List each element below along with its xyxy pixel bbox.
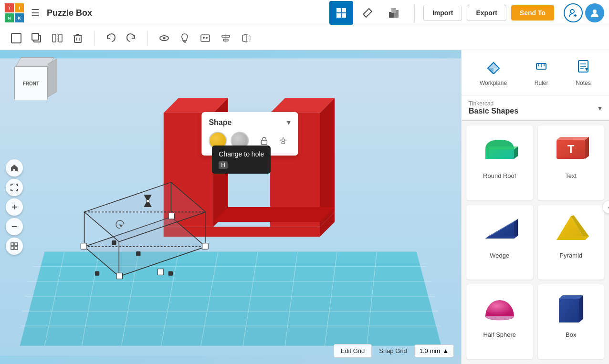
mirror-v-button[interactable]	[237, 29, 255, 47]
svg-rect-1	[342, 8, 346, 12]
right-panel-top: Workplane Ruler	[462, 50, 609, 95]
notes-icon	[576, 59, 591, 77]
user-avatar[interactable]	[585, 3, 604, 22]
svg-marker-108	[556, 137, 589, 140]
svg-rect-11	[11, 33, 21, 43]
panel-collapse-button[interactable]: ▾	[287, 118, 291, 127]
zoom-out-button[interactable]	[6, 218, 23, 235]
canvas-scene	[0, 50, 461, 364]
shape-card-wedge[interactable]: Wedge	[466, 205, 533, 280]
grid-icon	[336, 7, 347, 19]
view-icon	[10, 242, 19, 250]
snap-grid-selector[interactable]: 1.0 mm ▲	[414, 344, 454, 357]
shape-card-half-sphere[interactable]: Half Sphere	[466, 284, 533, 359]
svg-rect-0	[336, 8, 341, 12]
workplane-icon	[486, 59, 501, 77]
box-label: Box	[566, 331, 576, 338]
workplane-button[interactable]: Workplane	[474, 55, 513, 90]
import-button[interactable]: Import	[423, 5, 462, 21]
zoom-in-button[interactable]	[6, 198, 23, 216]
home-icon	[10, 164, 19, 172]
hide-button[interactable]	[155, 29, 173, 47]
svg-rect-14	[52, 34, 56, 42]
send-to-button[interactable]: Send To	[511, 5, 554, 21]
toolbar-sep-1	[94, 31, 94, 45]
shape-card-round-roof[interactable]: Round Roof	[466, 125, 533, 200]
text-label: Text	[565, 172, 577, 179]
toolbar-sep-2	[147, 31, 148, 45]
hammer-icon	[362, 7, 373, 19]
align-button[interactable]	[217, 29, 235, 47]
add-user-button[interactable]	[564, 3, 583, 22]
change-to-hole-tooltip: Change to hole H	[212, 146, 271, 174]
svg-rect-2	[336, 13, 341, 18]
svg-point-86	[282, 139, 284, 142]
half-sphere-preview	[481, 289, 519, 327]
delete-icon	[73, 33, 83, 43]
svg-marker-91	[488, 62, 499, 68]
svg-rect-13	[32, 33, 39, 40]
mirror-icon	[52, 32, 63, 44]
svg-marker-120	[579, 295, 583, 322]
shape-card-pyramid[interactable]: Pyramid	[538, 205, 605, 280]
cube-right-face	[48, 58, 57, 97]
category-name: Basic Shapes	[469, 107, 518, 115]
svg-rect-68	[202, 243, 208, 249]
ruler-button[interactable]: Ruler	[528, 55, 555, 90]
svg-rect-81	[11, 243, 14, 246]
fit-button[interactable]	[6, 179, 23, 196]
community-button[interactable]	[196, 29, 214, 47]
shapes-grid: Round Roof T	[462, 121, 609, 364]
svg-rect-17	[74, 36, 81, 42]
view-button[interactable]	[6, 238, 23, 255]
svg-rect-118	[559, 299, 579, 322]
viewport[interactable]: FRONT	[0, 50, 461, 364]
logo-i: I	[15, 3, 24, 12]
category-selector[interactable]: Tinkercad Basic Shapes ▾	[462, 95, 609, 121]
zoom-in-icon	[10, 203, 19, 211]
delete-button[interactable]	[69, 29, 87, 47]
wedge-label: Wedge	[490, 252, 509, 259]
light-icon-button[interactable]	[275, 133, 291, 148]
shape-card-box[interactable]: Box	[538, 284, 605, 359]
blocks-icon	[388, 7, 399, 19]
undo-button[interactable]	[102, 29, 120, 47]
svg-rect-73	[112, 241, 116, 245]
notes-view-button[interactable]	[176, 29, 194, 47]
svg-marker-107	[585, 137, 589, 159]
svg-rect-85	[261, 140, 267, 145]
front-view-cube[interactable]: FRONT	[7, 57, 55, 105]
edit-grid-button[interactable]: Edit Grid	[334, 344, 372, 358]
nav-hammer-btn[interactable]	[356, 1, 379, 25]
svg-rect-84	[15, 247, 18, 250]
category-dropdown-icon[interactable]: ▾	[598, 104, 602, 113]
notes-label: Notes	[576, 80, 590, 86]
svg-rect-83	[11, 247, 14, 250]
nav-grid-btn[interactable]	[329, 1, 353, 25]
nav-blocks-btn[interactable]	[382, 1, 406, 25]
export-button[interactable]: Export	[467, 5, 506, 21]
new-shape-icon	[10, 32, 22, 44]
mirror-button[interactable]	[48, 29, 66, 47]
redo-button[interactable]	[122, 29, 140, 47]
duplicate-button[interactable]	[28, 29, 46, 47]
notes-button[interactable]: Notes	[570, 55, 597, 90]
category-provider: Tinkercad	[469, 100, 518, 107]
add-user-icon	[568, 8, 578, 18]
shape-panel-title: Shape	[209, 118, 231, 127]
lock-icon	[259, 136, 269, 146]
user-icon	[589, 8, 600, 18]
menu-icon[interactable]: ☰	[31, 7, 40, 19]
community-icon	[200, 33, 210, 43]
new-shape-button[interactable]	[7, 29, 25, 47]
workplane-label: Workplane	[480, 80, 507, 86]
box-preview	[552, 289, 590, 327]
svg-rect-70	[136, 251, 140, 255]
home-button[interactable]	[6, 159, 23, 177]
shape-card-text[interactable]: T Text	[538, 125, 605, 200]
svg-point-28	[206, 37, 208, 39]
snap-grid-arrow: ▲	[442, 347, 449, 354]
svg-text:T: T	[567, 143, 575, 156]
tinkercad-logo[interactable]: T I N K	[5, 3, 24, 22]
svg-rect-72	[95, 271, 99, 275]
